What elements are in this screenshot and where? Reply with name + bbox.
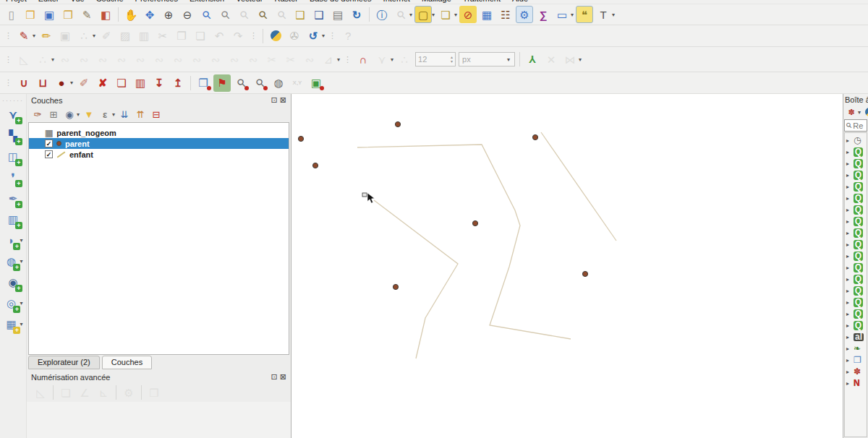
processing-toolbox[interactable]: ⚙ [516, 6, 533, 23]
filter-legend[interactable]: ▼ [82, 107, 96, 121]
expand-arrow-icon[interactable]: ▸ [846, 207, 851, 213]
avoid-overlap-dropdown[interactable]: ▾ [579, 56, 582, 63]
snapping-mode-dropdown[interactable]: ▾ [391, 56, 393, 63]
layer-visibility-checkbox[interactable]: ✓ [45, 150, 53, 158]
advanced-digitizing-close-icon[interactable]: ⊠ [280, 373, 286, 381]
scoop-line-tool[interactable]: ⊔ [34, 74, 51, 92]
advanced-digitizing-float-icon[interactable]: ⊡ [271, 373, 278, 381]
layer-item-enfant[interactable]: ✓enfant [29, 149, 289, 160]
toolbox-item-grass-provider[interactable]: ▸❧ [845, 343, 867, 354]
open-project[interactable]: ❒ [22, 6, 39, 23]
remove-layer[interactable]: ⊟ [149, 107, 163, 121]
deselect-features[interactable]: ⊘ [459, 6, 477, 23]
toolbox-item-algorithm-group[interactable]: ▸Q [845, 273, 867, 285]
manage-map-themes[interactable]: ◉ [62, 107, 77, 121]
toolbox-item-algorithm-group[interactable]: ▸Q [845, 308, 867, 319]
expand-arrow-icon[interactable]: ▸ [846, 172, 851, 179]
zoom-dot-tool[interactable]: ⚲ [232, 74, 250, 92]
toolbox-item-algorithm-group[interactable]: ▸Q [845, 285, 867, 296]
menu-pr-f-rences[interactable]: Préférences [135, 0, 178, 4]
zoom-native[interactable]: ⚲ [197, 6, 215, 23]
expand-arrow-icon[interactable]: ▸ [846, 160, 851, 167]
python-toolbox[interactable] [864, 106, 868, 118]
toolbar-handle[interactable]: ⋮ [4, 78, 12, 87]
tracing-toggle[interactable]: Y [524, 51, 541, 68]
menu-raster[interactable]: Raster [275, 0, 298, 4]
blob-tool-dropdown[interactable]: ▾ [70, 80, 73, 86]
digitize-options-dropdown[interactable]: ▾ [93, 33, 95, 39]
menu-base-de-donn-es[interactable]: Base de données [310, 0, 372, 4]
add-virtual-layer[interactable]: ▥+ [4, 211, 22, 228]
select-by-value-dropdown[interactable]: ▾ [454, 12, 457, 18]
expand-arrow-icon[interactable]: ▸ [846, 369, 851, 375]
add-mesh-layer[interactable]: ◫+ [4, 148, 22, 166]
tab-couches[interactable]: Couches [102, 356, 152, 369]
map-tips[interactable]: ❝ [576, 6, 593, 23]
menu-vue[interactable]: Vue [71, 0, 85, 4]
expand-arrow-icon[interactable]: ▸ [846, 241, 851, 248]
layers-panel-float-icon[interactable]: ⊡ [271, 96, 278, 104]
import-tool[interactable]: ↧ [150, 74, 168, 92]
blob-tool[interactable]: ● [53, 74, 70, 92]
add-raster-layer[interactable]: ▚+ [4, 127, 22, 145]
toolbox-options-dropdown[interactable]: ▾ [858, 109, 861, 116]
menu-internet[interactable]: Internet [383, 0, 410, 4]
new-print-layout[interactable]: ❐ [59, 6, 77, 23]
expand-arrow-icon[interactable]: ▸ [846, 184, 851, 190]
toolbox-item-algorithm-group[interactable]: ▸Q [845, 146, 867, 158]
layer-visibility-checkbox[interactable]: ✓ [45, 139, 53, 147]
toolbox-search-input[interactable]: ⚲ Re [844, 119, 867, 132]
snapping-toggle[interactable]: ∩ [354, 51, 372, 68]
zoom-in[interactable]: ⊕ [160, 6, 177, 23]
menu-maillage[interactable]: Maillage [422, 0, 451, 4]
expand-arrow-icon[interactable]: ▸ [846, 334, 851, 340]
statistics-summary[interactable]: ∑ [535, 6, 552, 23]
pan-map[interactable]: ✋ [122, 6, 140, 23]
menu--diter[interactable]: Éditer [38, 0, 59, 4]
toolbar-handle[interactable]: ⋮ [4, 31, 12, 40]
zoom-to-full[interactable]: ✥ [141, 6, 158, 23]
map-pin-tool[interactable]: ⚑ [213, 74, 231, 92]
toolbox-item-algorithm-group[interactable]: ▸Q [845, 239, 867, 250]
save-project[interactable]: ▣ [41, 6, 58, 23]
add-postgis-layer-dropdown[interactable]: ▾ [20, 237, 22, 244]
expand-arrow-icon[interactable]: ▸ [846, 137, 851, 144]
circular-arrow-tool-dropdown[interactable]: ▾ [322, 33, 325, 39]
new-project[interactable]: ▯ [3, 6, 20, 23]
open-layer-styling[interactable]: ✑ [30, 107, 45, 121]
layers-panel-close-icon[interactable]: ⊠ [280, 96, 286, 104]
refresh-map[interactable]: ↻ [348, 6, 365, 23]
layer-item-parent_nogeom[interactable]: ▦parent_nogeom [29, 127, 289, 138]
toolbox-options[interactable]: ✽ [846, 106, 857, 118]
toolbox-item-algorithm-group[interactable]: ▸Q [845, 262, 867, 273]
toolbox-item-algorithm-group[interactable]: ▸Q [845, 181, 867, 192]
bookmark-manager[interactable]: ▤ [329, 6, 346, 23]
toolbox-item-algorithm-group[interactable]: ▸Q [845, 169, 867, 181]
show-bookmarks[interactable]: ❑ [310, 6, 328, 23]
toolbar-handle[interactable]: ⋮ [250, 31, 258, 40]
expand-arrow-icon[interactable]: ▸ [846, 195, 851, 202]
menu-projet[interactable]: Projet [6, 0, 27, 4]
toolbox-item-algorithm-group[interactable]: ▸Q [845, 215, 867, 227]
menu-traitement[interactable]: Traitement [463, 0, 501, 4]
toolbox-item-algorithm-group[interactable]: ▸Q [845, 158, 867, 169]
toolbar-handle[interactable]: ······ [2, 97, 24, 104]
toolbox-item-algorithm-group[interactable]: ▸Q [845, 296, 867, 308]
plugin-tool[interactable]: ✇ [286, 27, 303, 45]
add-wfs-layer-dropdown[interactable]: ▾ [20, 300, 22, 306]
menu-aide[interactable]: Aide [512, 0, 528, 4]
toggle-editing[interactable]: ✏ [38, 27, 55, 45]
expand-arrow-icon[interactable]: ▸ [846, 149, 851, 155]
circular-arrow-tool[interactable]: ↺ [305, 27, 322, 45]
new-bookmark[interactable]: ❑ [292, 6, 309, 23]
add-spatialite-layer[interactable]: ✒+ [4, 190, 22, 207]
layer-item-parent[interactable]: ✓parent [29, 138, 289, 149]
eraser-tool[interactable]: ✐ [75, 74, 93, 92]
filter-by-expression-dropdown[interactable]: ▾ [112, 111, 115, 118]
filter-by-expression[interactable]: ε [98, 107, 112, 121]
zoom-to-layer[interactable]: ⚲ [216, 6, 234, 23]
expand-arrow-icon[interactable]: ▸ [846, 357, 851, 364]
delete-x-tool[interactable]: ✘ [94, 74, 111, 92]
map-canvas[interactable] [291, 94, 843, 438]
current-edits-dropdown[interactable]: ▾ [33, 33, 35, 39]
